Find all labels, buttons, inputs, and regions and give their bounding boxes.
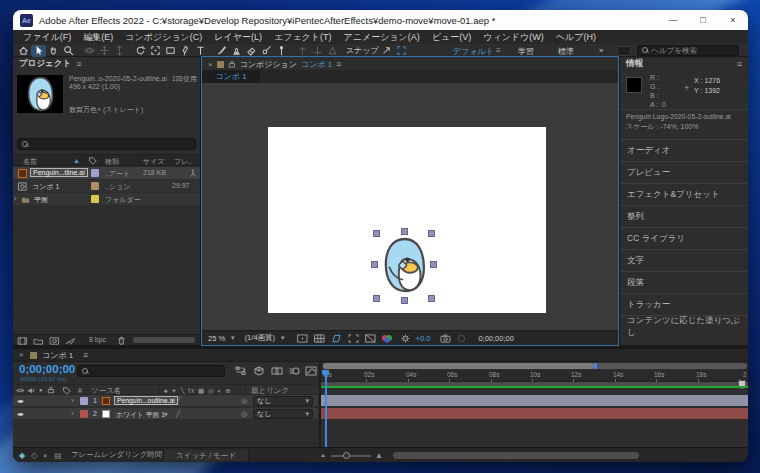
label-swatch[interactable] [91, 169, 99, 177]
local-axis-mode[interactable] [295, 45, 310, 57]
pickwhip-icon[interactable]: ◎ [241, 397, 247, 405]
caret-icon[interactable]: ▾ [281, 334, 285, 342]
folder-row-name[interactable]: 平面 [34, 195, 48, 205]
new-composition-icon[interactable] [49, 337, 60, 345]
menu-animation[interactable]: アニメーション(A) [338, 31, 426, 44]
snapshot-camera-icon[interactable] [440, 334, 451, 343]
parent-dropdown[interactable]: なし ▾ [253, 396, 313, 406]
zoom-slider-knob[interactable] [343, 452, 350, 459]
layer-selection[interactable] [374, 231, 434, 301]
project-row-folder[interactable]: › 平面 フォルダー [13, 193, 200, 205]
quality-switch[interactable]: ♠ [164, 397, 168, 404]
timeline-zoom-slider[interactable] [331, 455, 371, 457]
orbit-camera-tool[interactable] [82, 45, 97, 57]
workspace-menu-icon[interactable]: ≡ [496, 46, 501, 55]
hand-tool[interactable] [46, 45, 61, 57]
graph-editor-icon[interactable] [305, 366, 317, 376]
viewer-canvas[interactable] [202, 83, 618, 330]
mask-visibility-icon[interactable] [331, 334, 342, 343]
close-panel-icon[interactable]: × [19, 350, 24, 359]
timeline-horizontal-scrollbar[interactable] [393, 452, 639, 459]
parent-dropdown[interactable]: なし ▾ [253, 409, 313, 419]
current-timecode[interactable]: 0;00;00;00 [19, 363, 75, 375]
new-folder-icon[interactable] [33, 337, 44, 345]
expander-icon[interactable]: › [71, 409, 74, 418]
handle-top-center[interactable] [402, 229, 407, 234]
project-search[interactable] [17, 138, 196, 150]
choose-grid-icon[interactable] [297, 334, 308, 343]
column-type[interactable]: 種類 [105, 157, 119, 167]
panel-tab-align[interactable]: 整列 [620, 205, 748, 227]
horizontal-scrollbar[interactable] [133, 337, 195, 343]
panel-menu-icon[interactable]: ≡ [76, 59, 81, 69]
snapshot-status-icon[interactable]: ◇ [31, 451, 37, 460]
shape-tool[interactable] [163, 45, 178, 57]
layer-label-swatch[interactable] [80, 397, 88, 405]
pan-behind-tool[interactable] [148, 45, 163, 57]
column-size[interactable]: サイズ [143, 157, 165, 167]
color-management-icon[interactable] [382, 334, 395, 343]
panel-tab-effects-presets[interactable]: エフェクト&プリセット [620, 183, 748, 205]
layer-source-name[interactable]: ホワイト 平面 1 [116, 410, 165, 420]
dolly-camera-tool[interactable] [112, 45, 127, 57]
zoom-level[interactable]: 25 % [208, 334, 225, 343]
menu-view[interactable]: ビュー(V) [426, 31, 477, 44]
timeline-tab[interactable]: コンポ 1 [42, 350, 73, 361]
workspace-default[interactable]: デフォルト [453, 46, 494, 57]
column-frame[interactable]: フレ.. [174, 157, 192, 167]
panel-tab-tracker[interactable]: トラッカー [620, 293, 748, 315]
handle-mid-left[interactable] [372, 262, 377, 267]
motion-blur-icon[interactable] [289, 366, 301, 376]
label-column-icon[interactable] [89, 157, 97, 165]
zoom-out-mountain-icon[interactable]: ▲ [320, 452, 326, 458]
grid-guides-icon[interactable] [314, 334, 325, 343]
puppet-pin-tool[interactable] [274, 45, 289, 57]
menu-edit[interactable]: 編集(E) [77, 31, 119, 44]
time-ruler[interactable]: 0s 02s 04s 06s 08s 10s 12s 14s 16s 18s 2 [321, 370, 748, 382]
layer-row-1[interactable]: › 1 Penguin...outline.ai ♠ ╱ ◎ なし ▾ [13, 395, 318, 407]
gizmo-toggle[interactable] [394, 45, 409, 57]
selection-tool[interactable] [31, 45, 46, 57]
playhead-line[interactable] [325, 370, 327, 447]
eye-icon[interactable] [16, 387, 25, 394]
timeline-search-input[interactable] [92, 367, 220, 376]
close-button[interactable]: × [718, 10, 748, 30]
expander-icon[interactable]: › [14, 194, 17, 203]
menu-effect[interactable]: エフェクト(T) [268, 31, 338, 44]
panel-menu-icon[interactable]: ≡ [336, 59, 341, 69]
lock-icon[interactable] [228, 60, 236, 68]
layer-bar-1[interactable] [321, 395, 748, 407]
handle-top-right[interactable] [429, 231, 434, 236]
brush-tool[interactable] [214, 45, 229, 57]
data-sync-icon[interactable]: ◆ [19, 451, 25, 460]
viewer-active-comp[interactable]: コンポ 1 [301, 59, 332, 70]
label-column-icon[interactable] [63, 387, 71, 395]
quality-switch[interactable]: ♠ [164, 410, 168, 417]
trash-icon[interactable] [117, 336, 126, 345]
project-search-input[interactable] [32, 140, 191, 149]
resolution-quality[interactable]: (1/4画質) [245, 333, 275, 343]
sort-asc-icon[interactable]: ▲ [73, 157, 80, 164]
workspace-icon[interactable] [617, 46, 631, 56]
maximize-button[interactable]: □ [688, 10, 718, 30]
eye-icon[interactable] [16, 398, 25, 405]
gpu-status-icon[interactable]: ▤ [54, 451, 62, 460]
handle-bottom-right[interactable] [429, 296, 434, 301]
footage-row-name[interactable]: Penguin...tline.ai [30, 168, 88, 177]
footage-name[interactable]: Penguin..o-2020-05-2-outline.ai [69, 75, 167, 82]
eye-icon[interactable] [16, 411, 25, 418]
help-search[interactable] [637, 45, 739, 56]
world-axis-mode[interactable] [310, 45, 325, 57]
menu-composition[interactable]: コンポジション(C) [119, 31, 208, 44]
pen-tool[interactable] [178, 45, 193, 57]
layer-row-2[interactable]: › 2 ホワイト 平面 1 ♠ ╱ ◎ なし ▾ [13, 408, 318, 420]
panel-tab-audio[interactable]: オーディオ [620, 139, 748, 161]
viewer-timecode[interactable]: 0;00;00;00 [478, 334, 513, 343]
menu-file[interactable]: ファイル(F) [17, 31, 77, 44]
panel-menu-icon[interactable]: ≡ [83, 350, 88, 360]
panel-tab-preview[interactable]: プレビュー [620, 161, 748, 183]
switches-column-icons[interactable]: ♠ ✦ ╲ fx ▦ ◎ ◐ ⊕ [164, 387, 232, 395]
home-tool[interactable] [16, 45, 31, 57]
pickwhip-icon[interactable]: ◎ [241, 410, 247, 418]
info-panel-tab[interactable]: 情報 [626, 58, 643, 70]
